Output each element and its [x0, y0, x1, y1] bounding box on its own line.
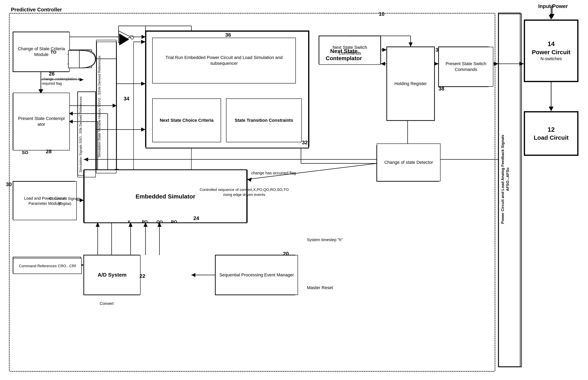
num-34-label: 34 — [124, 96, 129, 102]
state-transition-constraints-box: State Transition Constraints — [226, 98, 302, 142]
num-32-label: 32 — [302, 139, 308, 146]
load-circuit-box: 12 Load Circuit — [524, 112, 578, 155]
present-state-switch-commands-box: Present State Switch Commands — [438, 47, 493, 87]
input-power-arrow — [544, 4, 560, 20]
holding-register-box: Holding Register — [387, 47, 435, 121]
num-38-label: 38 — [438, 86, 444, 92]
po-label: PO — [142, 219, 148, 224]
num-24-label: 24 — [193, 215, 199, 221]
next-state-contemplator-box: Next StateContemplator Trial Run Embedde… — [146, 31, 309, 149]
change-contemplation-flag-label: change contemplation is required flag — [42, 77, 86, 86]
power-circuit-label: Power Circuit — [532, 48, 570, 56]
load-circuit-label: Load Circuit — [533, 134, 569, 141]
predictive-controller-label: Predictive Controller — [11, 6, 62, 13]
change-of-state-criteria-box: Change of State Criteria Module — [13, 32, 70, 72]
change-of-state-detector-box: Change of state Detector — [377, 143, 440, 181]
trial-run-box: Trial Run Embedded Power Circuit and Loa… — [152, 38, 296, 83]
sequential-processing-box: Sequential Processing Event Manager — [215, 255, 298, 295]
qo-label: QO — [156, 219, 163, 224]
not-gate-triangle — [119, 34, 129, 45]
num-30-label: 30 — [6, 181, 12, 188]
simulation-signals-box: Simulation Signals SSO...SSk Derived Ref… — [77, 92, 96, 177]
command-references-label: Command References CRO...CRf — [19, 264, 76, 269]
n-switches-label: N-switches — [532, 56, 570, 62]
num-10-label: 10 — [379, 11, 384, 17]
master-reset-label: Master Reset — [307, 285, 333, 291]
change-of-state-criteria-label: Change of State Criteria Module — [15, 46, 68, 57]
ad-system-label: A/D System — [98, 272, 127, 278]
to-label: TO — [50, 49, 57, 55]
change-has-occurred-flag-label: change has occurred flag — [251, 170, 296, 175]
num-26-label: 26 — [49, 71, 55, 77]
present-state-contemplator-label: Present State Contempl ator — [15, 116, 68, 127]
and-gate-shape — [67, 49, 97, 69]
num-12-label: 12 — [533, 126, 569, 134]
simulation-signals-label: Simulation Signals SSO...SSk Derived Ref… — [78, 94, 95, 175]
feedback-label: Power Circuit and Load Analog Feedback S… — [500, 40, 520, 319]
trial-run-label: Trial Run Embedded Power Circuit and Loa… — [154, 55, 294, 66]
present-state-switch-commands-label: Present State Switch Commands — [440, 61, 491, 72]
simulation-state-variable-label: Simulation State Variable History SSVO..… — [97, 42, 115, 171]
diagram-container: Predictive Controller 10 Input Power 14 … — [0, 0, 588, 380]
svg-marker-6 — [549, 107, 553, 111]
system-timestep-label: System timestep "h" — [307, 237, 343, 242]
holding-register-label: Holding Register — [395, 81, 427, 87]
num-20-label: 20 — [283, 251, 289, 257]
convert-label: Convert — [100, 301, 114, 306]
power-circuit-box: 14 Power Circuit N-switches — [524, 20, 578, 82]
num-36-label: 36 — [225, 32, 231, 38]
next-state-choice-criteria-label: Next State Choice Criteria — [160, 117, 213, 123]
so-label: SO — [22, 150, 28, 156]
ro-label: RO — [171, 219, 177, 224]
x-label: X — [128, 219, 130, 224]
next-state-contemplator-label: Next StateContemplator — [326, 48, 362, 62]
change-of-state-detector-label: Change of state Detector — [384, 160, 433, 165]
num-22-label: 22 — [139, 273, 145, 279]
sequential-processing-label: Sequential Processing Event Manager — [219, 272, 294, 278]
svg-marker-112 — [550, 14, 554, 18]
ad-system-box: A/D System — [84, 255, 140, 295]
present-state-contemplator-box: Present State Contempl ator — [13, 93, 70, 151]
num-28-label: 28 — [46, 149, 52, 155]
embedded-simulator-label: Embedded Simulator — [135, 192, 195, 200]
num-14-label: 14 — [532, 40, 570, 48]
next-state-choice-criteria-box: Next State Choice Criteria — [152, 98, 221, 142]
controlled-sequence-label: Controlled sequence of convert,X,PO,QO,R… — [199, 187, 289, 197]
not-bubble — [131, 36, 134, 39]
command-references-box: Command References CRO...CRf — [13, 258, 82, 274]
state-transition-constraints-label: State Transition Constraints — [235, 117, 293, 123]
converted-signals-label: Converted Signals (Digital) — [45, 196, 85, 206]
simulation-state-variable-box: Simulation State Variable History SSVO..… — [96, 40, 116, 173]
